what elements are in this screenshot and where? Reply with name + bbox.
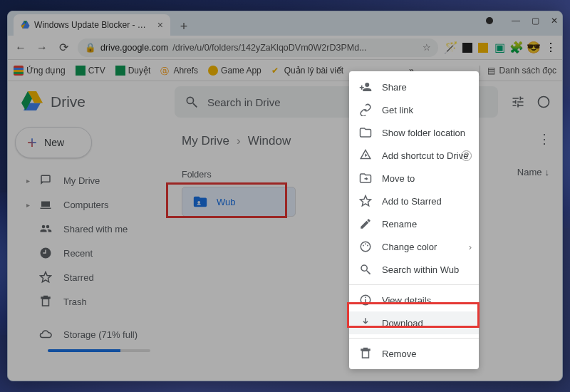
menu-label: Change color — [382, 242, 437, 252]
bookmark-ahrefs[interactable]: ⓐAhrefs — [160, 66, 198, 76]
bookmark-apps[interactable]: Ứng dụng — [14, 66, 66, 76]
sidebar-item-starred[interactable]: ▸Starred — [12, 265, 163, 289]
shared-folder-icon — [192, 194, 208, 210]
drive-logo[interactable]: Drive — [19, 89, 169, 115]
sidebar-item-computers[interactable]: ▸Computers — [12, 192, 163, 217]
sidebar-label: Starred — [63, 272, 94, 283]
sort-label[interactable]: Name↓ — [517, 167, 549, 177]
menu-showloc[interactable]: Show folder location — [349, 121, 479, 144]
menu-addshortcut[interactable]: Add shortcut to Drive? — [349, 144, 479, 167]
breadcrumb-current[interactable]: Window — [248, 134, 291, 148]
menu-label: Share — [382, 82, 407, 93]
browser-tab[interactable]: Windows Update Blocker - Goog × — [14, 14, 170, 36]
person-add-icon — [359, 81, 372, 93]
back-button[interactable]: ← — [14, 41, 28, 55]
drive-logo-text: Drive — [51, 93, 86, 110]
menu-separator — [349, 338, 479, 339]
forward-button[interactable]: → — [35, 41, 49, 55]
ext-square-icon[interactable]: ▣ — [494, 42, 505, 53]
chrome-window: Windows Update Blocker - Goog × + — ▢ ✕ … — [7, 11, 563, 381]
sheets-icon — [76, 66, 86, 76]
maximize-button[interactable]: ▢ — [532, 16, 539, 26]
task-icon: ✔ — [271, 66, 281, 76]
ext-wand-icon[interactable]: 🪄 — [445, 42, 457, 53]
sidebar-item-trash[interactable]: ▸Trash — [12, 289, 163, 314]
menu-remove[interactable]: Remove — [349, 342, 479, 365]
close-window-button[interactable]: ✕ — [551, 16, 558, 26]
bookmark-ctv-label: CTV — [88, 66, 105, 76]
bookmark-duyet-label: Duyệt — [128, 66, 151, 76]
reload-button[interactable]: ⟳ — [56, 41, 71, 55]
new-button[interactable]: + New — [15, 127, 92, 158]
bookmark-duyet[interactable]: Duyệt — [115, 66, 151, 76]
menu-viewdetails[interactable]: View details — [349, 289, 479, 311]
search-placeholder: Search in Drive — [207, 96, 281, 108]
help-icon[interactable] — [537, 95, 551, 109]
filter-tune-icon[interactable] — [511, 95, 525, 109]
search-icon — [359, 263, 372, 276]
address-bar: ← → ⟳ 🔒 drive.google.com /drive/u/0/fold… — [8, 36, 562, 60]
bookmark-qlbv[interactable]: ✔Quản lý bài viết — [271, 66, 343, 76]
sidebar-item-shared[interactable]: ▸Shared with me — [12, 217, 163, 241]
palette-icon — [359, 240, 372, 253]
svg-rect-13 — [365, 299, 366, 303]
ext-block-icon[interactable] — [462, 43, 472, 53]
new-button-label: New — [44, 137, 64, 148]
ext-tag-icon[interactable] — [478, 43, 488, 53]
new-tab-button[interactable]: + — [175, 17, 193, 36]
menu-addstar[interactable]: Add to Starred — [349, 190, 479, 212]
tab-title: Windows Update Blocker - Goog — [34, 20, 150, 30]
tab-close-icon[interactable]: × — [157, 19, 163, 31]
sidebar-item-storage[interactable]: ▸Storage (71% full) — [12, 322, 163, 346]
star-icon — [39, 271, 52, 284]
trash-icon — [39, 295, 52, 308]
url-host: drive.google.com — [100, 43, 168, 53]
url-field[interactable]: 🔒 drive.google.com /drive/u/0/folders/14… — [78, 38, 438, 57]
chrome-menu-icon[interactable]: ⋮ — [545, 42, 556, 53]
folder-move-icon — [359, 172, 372, 185]
bookmark-star-icon[interactable]: ☆ — [423, 42, 431, 53]
folder-item-wub[interactable]: Wub — [182, 187, 296, 217]
storage-fill — [48, 349, 120, 352]
svg-point-11 — [367, 245, 368, 247]
menu-separator — [349, 284, 479, 285]
breadcrumb-root[interactable]: My Drive — [182, 134, 229, 148]
apps-grid-icon — [14, 66, 24, 76]
sidebar-label: Trash — [63, 296, 87, 307]
menu-moveto[interactable]: Move to — [349, 167, 479, 190]
laptop-icon — [39, 198, 52, 211]
minimize-button[interactable]: — — [512, 16, 520, 26]
pencil-icon — [359, 217, 372, 230]
bookmark-ctv[interactable]: CTV — [76, 66, 105, 76]
storage-bar — [48, 349, 150, 352]
sheets-icon — [115, 66, 125, 76]
game-icon — [208, 66, 218, 76]
more-options-button[interactable]: ⋮ — [538, 131, 549, 147]
drive-header: Drive Search in Drive — [8, 81, 562, 123]
menu-download[interactable]: Download — [349, 311, 479, 334]
help-badge-icon[interactable]: ? — [461, 150, 472, 161]
extension-icons: 🪄 ▣ 🧩 😎 ⋮ — [445, 42, 556, 53]
window-controls: — ▢ ✕ — [486, 16, 558, 26]
bookmark-gameapp[interactable]: Game App — [208, 66, 261, 76]
star-outline-icon — [359, 195, 372, 207]
extensions-puzzle-icon[interactable]: 🧩 — [511, 42, 522, 53]
menu-label: View details — [382, 295, 431, 306]
menu-getlink[interactable]: Get link — [349, 98, 479, 121]
profile-avatar-icon[interactable]: 😎 — [528, 42, 539, 53]
reading-list-button[interactable]: ▤Danh sách đọc — [480, 66, 556, 76]
menu-searchwithin[interactable]: Search within Wub — [349, 258, 479, 281]
sidebar-item-recent[interactable]: ▸Recent — [12, 241, 163, 265]
url-path: /drive/u/0/folders/142yZaKlqoDVm0W2rD3PM… — [172, 43, 366, 53]
menu-changecolor[interactable]: Change color› — [349, 235, 479, 258]
menu-rename[interactable]: Rename — [349, 212, 479, 235]
sidebar-item-mydrive[interactable]: ▸My Drive — [12, 168, 163, 192]
chevron-right-icon: ▸ — [26, 177, 32, 185]
account-dot-icon[interactable] — [486, 17, 493, 24]
drive-icon — [39, 174, 52, 187]
context-menu: Share Get link Show folder location Add … — [349, 71, 479, 369]
info-icon — [359, 294, 372, 306]
menu-label: Move to — [382, 173, 415, 184]
svg-point-9 — [363, 245, 364, 247]
menu-share[interactable]: Share — [349, 76, 479, 98]
